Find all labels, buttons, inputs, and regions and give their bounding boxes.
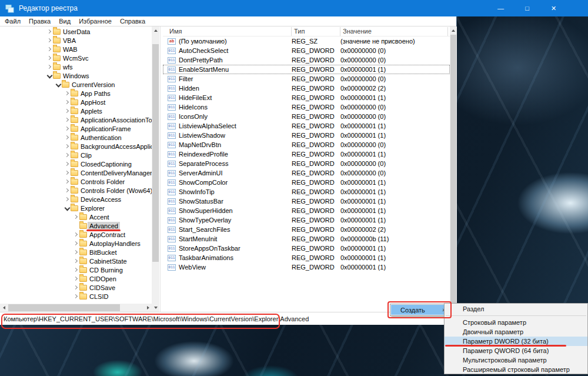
registry-value-row[interactable]: AutoCheckSelect REG_DWORD 0x00000000 (0) xyxy=(163,46,450,55)
tree-item[interactable]: CD Burning xyxy=(0,265,152,274)
menu-view[interactable]: Вид xyxy=(59,18,71,25)
tree-item[interactable]: Windows xyxy=(0,71,152,80)
tree-item[interactable]: CIDSave xyxy=(0,283,152,292)
registry-value-row[interactable]: DontPrettyPath REG_DWORD 0x00000000 (0) xyxy=(163,55,450,65)
tree-expand-icon[interactable] xyxy=(64,125,71,132)
tree-expand-icon[interactable] xyxy=(64,143,71,150)
tree-item[interactable]: Authentication xyxy=(0,133,152,142)
column-header-type[interactable]: Тип xyxy=(294,28,343,35)
tree-expand-icon[interactable] xyxy=(64,99,71,106)
registry-value-row[interactable]: ShowTypeOverlay REG_DWORD 0x00000001 (1) xyxy=(163,215,450,225)
registry-value-row[interactable]: Filter REG_DWORD 0x00000000 (0) xyxy=(163,74,450,84)
submenu-item[interactable]: Параметр QWORD (64 бита) xyxy=(445,346,587,355)
list-vscroll-thumb[interactable] xyxy=(450,35,456,304)
menu-help[interactable]: Справка xyxy=(120,18,145,25)
registry-value-row[interactable]: ServerAdminUI REG_DWORD 0x00000000 (0) xyxy=(163,168,450,178)
column-header-value[interactable]: Значение xyxy=(343,28,450,35)
tree-item[interactable]: BackgroundAccessApplicati xyxy=(0,142,152,151)
tree-expand-icon[interactable] xyxy=(64,90,71,97)
menu-edit[interactable]: Правка xyxy=(29,18,51,25)
tree-expand-icon[interactable] xyxy=(72,240,79,247)
registry-value-row[interactable]: Start_SearchFiles REG_DWORD 0x00000002 (… xyxy=(163,225,450,234)
tree-vscroll-thumb[interactable] xyxy=(152,44,159,262)
tree-item[interactable]: AppContract xyxy=(0,230,152,239)
tree-item[interactable]: wfs xyxy=(0,62,152,71)
tree-item[interactable]: Clip xyxy=(0,151,152,159)
tree-item[interactable]: WAB xyxy=(0,45,152,54)
tree-item[interactable]: App Paths xyxy=(0,89,152,98)
tree-expand-icon[interactable] xyxy=(64,161,71,168)
tree-item[interactable]: DeviceAccess xyxy=(0,195,152,204)
tree-item[interactable]: Accent xyxy=(0,212,152,221)
registry-value-row[interactable]: ShowStatusBar REG_DWORD 0x00000001 (1) xyxy=(163,197,450,206)
tree-item[interactable]: CLSID xyxy=(0,292,152,301)
tree-expand-icon[interactable] xyxy=(64,134,71,141)
scroll-left-icon[interactable] xyxy=(0,304,8,312)
tree-item[interactable]: Controls Folder xyxy=(0,177,152,186)
tree-expand-icon[interactable] xyxy=(64,108,71,115)
maximize-button[interactable]: □ xyxy=(514,0,540,16)
tree-expand-icon[interactable] xyxy=(72,275,79,282)
tree-expand-icon[interactable] xyxy=(72,284,79,291)
tree-expand-icon[interactable] xyxy=(72,249,79,256)
registry-value-row[interactable]: ListviewShadow REG_DWORD 0x00000001 (1) xyxy=(163,131,450,140)
tree-expand-icon[interactable] xyxy=(72,214,79,221)
tree-expand-icon[interactable] xyxy=(46,37,53,44)
tree-item[interactable]: BitBucket xyxy=(0,248,152,257)
submenu-item[interactable]: Двоичный параметр xyxy=(445,327,587,337)
tree-expand-icon[interactable] xyxy=(64,169,71,177)
registry-value-row[interactable]: Hidden REG_DWORD 0x00000002 (2) xyxy=(163,84,450,93)
tree-item[interactable]: UserData xyxy=(0,27,152,36)
tree-expand-icon[interactable] xyxy=(64,178,71,185)
column-header-name[interactable]: Имя xyxy=(169,28,294,35)
tree-expand-icon[interactable] xyxy=(64,196,71,203)
tree-hscroll-thumb[interactable] xyxy=(8,304,120,311)
scroll-right-icon[interactable] xyxy=(144,304,152,312)
tree-expand-icon[interactable] xyxy=(72,293,79,300)
tree-expand-icon[interactable] xyxy=(64,117,71,124)
scroll-up-icon[interactable] xyxy=(152,26,159,35)
registry-value-row[interactable]: StoreAppsOnTaskbar REG_DWORD 0x00000001 … xyxy=(163,244,450,253)
list-vertical-scrollbar[interactable] xyxy=(450,26,457,312)
tree-expand-icon[interactable] xyxy=(46,64,53,71)
tree-expand-icon[interactable] xyxy=(55,81,62,88)
tree-expand-icon[interactable] xyxy=(72,258,79,265)
tree-item[interactable]: CurrentVersion xyxy=(0,80,152,89)
tree-expand-icon[interactable] xyxy=(46,55,53,62)
registry-value-row[interactable]: IconsOnly REG_DWORD 0x00000000 (0) xyxy=(163,112,450,121)
registry-value-row[interactable]: EnableStartMenu REG_DWORD 0x00000001 (1) xyxy=(163,65,450,74)
tree-expand-icon[interactable] xyxy=(72,231,79,238)
tree-vertical-scrollbar[interactable] xyxy=(152,26,159,312)
scroll-down-icon[interactable] xyxy=(152,304,159,312)
tree-expand-icon[interactable] xyxy=(64,152,71,159)
tree-item[interactable]: WcmSvc xyxy=(0,54,152,62)
registry-value-row[interactable]: WebView REG_DWORD 0x00000001 (1) xyxy=(163,262,450,272)
tree-item[interactable]: Applets xyxy=(0,107,152,115)
submenu-item[interactable]: Параметр DWORD (32 бита) xyxy=(445,337,587,346)
tree-item[interactable]: ClosedCaptioning xyxy=(0,159,152,168)
tree-expand-icon[interactable] xyxy=(72,267,79,274)
tree-horizontal-scrollbar[interactable] xyxy=(0,304,152,312)
tree-expand-icon[interactable] xyxy=(72,222,79,229)
menu-favorites[interactable]: Избранное xyxy=(79,18,112,25)
panel-divider[interactable] xyxy=(160,26,161,312)
scroll-up-icon[interactable] xyxy=(450,26,457,35)
submenu-item-key[interactable]: Раздел xyxy=(445,304,587,314)
registry-value-row[interactable]: (По умолчанию) REG_SZ (значение не присв… xyxy=(163,36,450,46)
registry-value-row[interactable]: ShowSuperHidden REG_DWORD 0x00000001 (1) xyxy=(163,206,450,215)
registry-value-row[interactable]: TaskbarAnimations REG_DWORD 0x00000001 (… xyxy=(163,253,450,262)
tree-item[interactable]: ApplicationAssociationToas xyxy=(0,115,152,124)
menu-file[interactable]: Файл xyxy=(5,18,21,25)
registry-value-row[interactable]: ListviewAlphaSelect REG_DWORD 0x00000001… xyxy=(163,121,450,131)
tree-item[interactable]: Advanced xyxy=(0,221,152,230)
registry-value-row[interactable]: SeparateProcess REG_DWORD 0x00000000 (0) xyxy=(163,159,450,168)
registry-value-row[interactable]: ShowInfoTip REG_DWORD 0x00000001 (1) xyxy=(163,187,450,197)
close-button[interactable]: ✕ xyxy=(540,0,567,16)
registry-value-row[interactable]: MapNetDrvBtn REG_DWORD 0x00000000 (0) xyxy=(163,140,450,149)
tree-expand-icon[interactable] xyxy=(64,187,71,194)
submenu-item[interactable]: Мультистроковый параметр xyxy=(445,355,587,365)
tree-item[interactable]: ContentDeliveryManager xyxy=(0,168,152,177)
tree-item[interactable]: Explorer xyxy=(0,204,152,212)
context-menu-item-create[interactable]: Создать › xyxy=(391,305,447,315)
registry-value-row[interactable]: HideIcons REG_DWORD 0x00000000 (0) xyxy=(163,102,450,112)
